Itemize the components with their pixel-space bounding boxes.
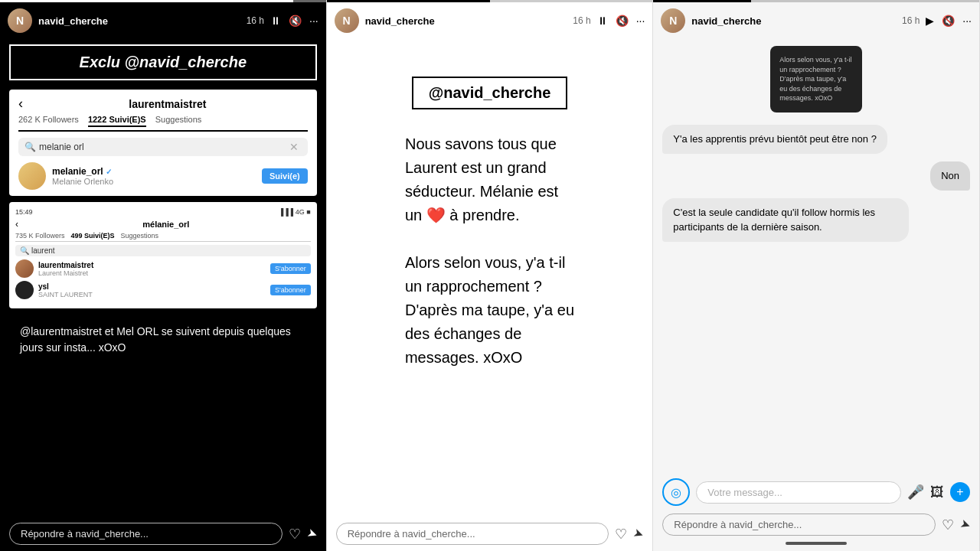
heart-icon-2[interactable]: ♡ — [615, 526, 627, 543]
avatar-3: N — [661, 8, 685, 33]
camera-icon: ◎ — [671, 485, 681, 500]
add-button[interactable]: + — [950, 482, 970, 502]
suggestions-label[interactable]: Suggestions — [155, 115, 202, 127]
mic-icon[interactable]: 🎤 — [907, 484, 924, 500]
controls-1: ⏸ 🔇 ··· — [270, 15, 318, 27]
send-icon-3[interactable]: ➤ — [958, 516, 972, 533]
chat-messages: Y'a les apprentis prévu bientôt peut êtr… — [662, 125, 970, 490]
dark-text-image: Alors selon vous, y'a t-il un rapprochem… — [770, 46, 862, 112]
reply-footer-row-3: Répondre à navid_cherche... ♡ ➤ — [662, 514, 970, 536]
navid-tag: @navid_cherche — [412, 77, 568, 109]
image-icon[interactable]: 🖼 — [930, 484, 944, 500]
pause-btn-2[interactable]: ⏸ — [597, 15, 608, 27]
story-2-text: Nous savons tous que Laurent est un gran… — [405, 132, 574, 370]
phone-result-info-2: ysl SAINT LAURENT — [38, 282, 266, 298]
result-username: melanie_orl ✓ — [52, 166, 256, 177]
heart-emoji: ❤️ — [426, 207, 450, 223]
profile-name-header: laurentmaistret — [28, 98, 308, 110]
message-input[interactable]: Votre message... — [696, 481, 901, 504]
search-value: melanie orl — [39, 142, 286, 152]
home-indicator — [786, 542, 847, 545]
clear-search-icon[interactable]: ✕ — [289, 141, 299, 153]
back-row: ‹ laurentmaistret — [18, 96, 308, 112]
result-avatar — [18, 162, 46, 190]
phone-status-bar: 15:49 ▐▐▐ 4G ■ — [15, 208, 311, 216]
reply-input-3[interactable]: Répondre à navid_cherche... — [662, 514, 936, 536]
story-panel-2: N navid_cherche 16 h ⏸ 🔇 ··· @navid_cher… — [327, 0, 654, 551]
time-1: 16 h — [247, 15, 264, 26]
time-2: 16 h — [573, 15, 590, 26]
verified-icon: ✓ — [106, 168, 112, 176]
message-icons: 🎤 🖼 + — [907, 482, 970, 502]
exclu-banner: Exclu @navid_cherche — [9, 44, 317, 80]
send-icon-2[interactable]: ➤ — [631, 525, 645, 542]
story-header-3: N navid_cherche 16 h ▶ 🔇 ··· — [653, 2, 979, 39]
phone-result-2: ysl SAINT LAURENT S'abonner — [15, 281, 311, 299]
phone-profile-name: mélanie_orl — [21, 220, 311, 229]
controls-2: ⏸ 🔇 ··· — [597, 15, 645, 27]
avatar-2: N — [335, 8, 359, 33]
following-count[interactable]: 1222 Suivi(E)S — [88, 115, 146, 127]
story-2-content: @navid_cherche Nous savons tous que Laur… — [327, 0, 653, 551]
time-3: 16 h — [902, 15, 920, 26]
mute-btn-2[interactable]: 🔇 — [616, 15, 629, 27]
profile-card: ‹ laurentmaistret 262 K Followers 1222 S… — [9, 90, 317, 196]
chat-msg-3: C'est la seule candidate qu'il follow ho… — [662, 198, 908, 241]
back-chevron-icon[interactable]: ‹ — [18, 96, 23, 112]
pause-btn-1[interactable]: ⏸ — [270, 15, 281, 27]
follow-button[interactable]: Suivi(e) — [262, 168, 308, 184]
story-footer-2: Répondre à navid_cherche... ♡ ➤ — [327, 517, 653, 551]
username-3: navid_cherche — [691, 15, 897, 27]
signal-icons: ▐▐▐ 4G ■ — [279, 208, 311, 216]
phone-search-icon: 🔍 — [20, 246, 29, 255]
reply-input-1[interactable]: Répondre à navid_cherche... — [9, 523, 283, 545]
send-icon-1[interactable]: ➤ — [305, 525, 319, 542]
play-btn-3[interactable]: ▶ — [926, 15, 934, 27]
heart-icon-1[interactable]: ♡ — [289, 526, 301, 543]
search-icon: 🔍 — [24, 142, 36, 152]
camera-button[interactable]: ◎ — [662, 478, 690, 506]
story-1-content: Exclu @navid_cherche ‹ laurentmaistret 2… — [0, 0, 326, 551]
story-panel-3: N navid_cherche 16 h ▶ 🔇 ··· Alors selon… — [653, 0, 980, 551]
phone-result-info-1: laurentmaistret Laurent Maistret — [38, 261, 266, 277]
chat-msg-1: Y'a les apprentis prévu bientôt peut êtr… — [662, 125, 887, 154]
phone-avatar-1 — [15, 259, 34, 278]
phone-search-box[interactable]: 🔍 laurent — [15, 245, 311, 256]
message-input-row: ◎ Votre message... 🎤 🖼 + — [662, 478, 970, 509]
story-panel-1: N navid_cherche 16 h ⏸ 🔇 ··· Exclu @navi… — [0, 0, 327, 551]
story-3-content: Alors selon vous, y'a t-il un rapprochem… — [653, 0, 979, 490]
phone-back-icon[interactable]: ‹ — [15, 219, 18, 230]
plus-icon: + — [956, 485, 963, 499]
heart-icon-3[interactable]: ♡ — [942, 517, 954, 533]
followers-count: 262 K Followers — [18, 115, 79, 127]
phone-subscribe-btn-1[interactable]: S'abonner — [270, 263, 311, 274]
phone-avatar-2 — [15, 281, 34, 299]
mute-btn-3[interactable]: 🔇 — [942, 15, 955, 27]
avatar-1: N — [8, 8, 32, 33]
story-footer-1: Répondre à navid_cherche... ♡ ➤ — [0, 517, 326, 551]
reply-input-2[interactable]: Répondre à navid_cherche... — [336, 523, 609, 545]
result-info: melanie_orl ✓ Melanie Orlenko — [52, 166, 256, 186]
phone-subscribe-btn-2[interactable]: S'abonner — [270, 285, 311, 295]
story-footer-3: ◎ Votre message... 🎤 🖼 + Répondre à navi… — [653, 472, 979, 551]
controls-3: ▶ 🔇 ··· — [926, 15, 972, 27]
more-btn-2[interactable]: ··· — [636, 15, 645, 27]
profile-result-row: melanie_orl ✓ Melanie Orlenko Suivi(e) — [18, 162, 308, 190]
search-box[interactable]: 🔍 melanie orl ✕ — [18, 138, 308, 156]
chat-msg-2: Non — [930, 161, 970, 191]
phone-result-1: laurentmaistret Laurent Maistret S'abonn… — [15, 259, 311, 278]
caption-banner: @laurentmaistret et Mel ORL se suivent d… — [9, 315, 317, 365]
more-btn-3[interactable]: ··· — [962, 15, 972, 27]
username-1: navid_cherche — [38, 15, 242, 27]
username-2: navid_cherche — [365, 15, 569, 27]
story-header-2: N navid_cherche 16 h ⏸ 🔇 ··· — [327, 2, 653, 39]
result-fullname: Melanie Orlenko — [52, 177, 256, 186]
phone-followers-row: 735 K Followers 499 Suivi(E)S Suggestion… — [15, 232, 311, 242]
mute-btn-1[interactable]: 🔇 — [289, 15, 302, 27]
more-btn-1[interactable]: ··· — [309, 15, 318, 27]
phone-screenshot: 15:49 ▐▐▐ 4G ■ ‹ mélanie_orl 735 K Follo… — [9, 202, 317, 308]
story-header-1: N navid_cherche 16 h ⏸ 🔇 ··· — [0, 2, 326, 39]
phone-back-row: ‹ mélanie_orl — [15, 219, 311, 230]
followers-row: 262 K Followers 1222 Suivi(E)S Suggestio… — [18, 115, 308, 132]
